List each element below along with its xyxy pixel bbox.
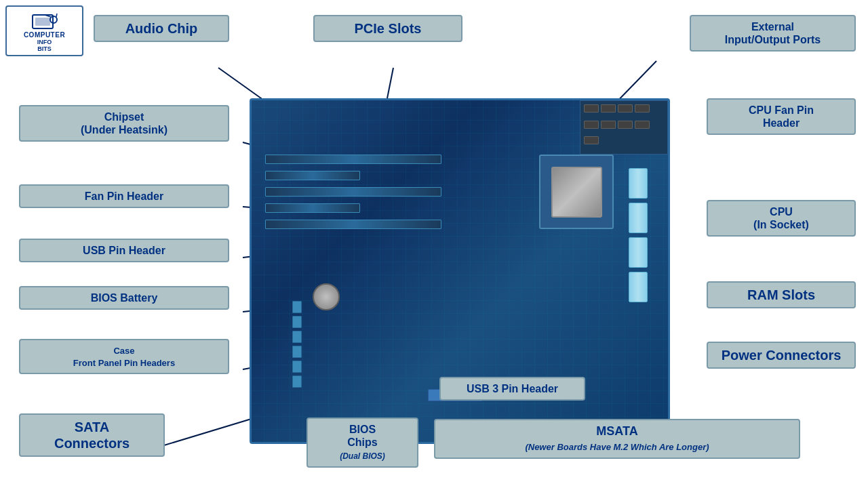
bios-battery-visual (313, 283, 340, 310)
audio-chip-text: Audio Chip (125, 21, 198, 36)
pcie-slots-visual (265, 155, 441, 229)
pcie-slot-1 (265, 155, 441, 164)
ram-slots-label: RAM Slots (707, 281, 856, 308)
sata-connectors-text: SATAConnectors (54, 420, 130, 451)
cpu-chip-visual (551, 167, 602, 218)
cpu-fan-header-label: CPU Fan PinHeader (707, 98, 856, 135)
ram-slots-visual (629, 168, 648, 304)
audio-chip-label: Audio Chip (94, 15, 229, 42)
external-io-label: ExternalInput/Output Ports (690, 15, 856, 52)
fan-pin-header-text: Fan Pin Header (85, 190, 163, 202)
logo-text-info: INFO (37, 39, 52, 45)
chipset-text: Chipset(Under Heatsink) (81, 111, 167, 136)
power-connectors-text: Power Connectors (722, 348, 842, 363)
bios-chips-text: BIOSChips(Dual BIOS) (340, 424, 385, 461)
cpu-fan-header-text: CPU Fan PinHeader (749, 104, 814, 129)
sata-visual (292, 301, 302, 388)
bios-battery-label: BIOS Battery (19, 286, 229, 310)
case-front-panel-text: CaseFront Panel Pin Headers (73, 346, 175, 368)
ram-slots-text: RAM Slots (747, 287, 815, 302)
ram-slot-1 (629, 168, 648, 199)
cpu-label: CPU(In Socket) (707, 200, 856, 237)
usb-pin-header-text: USB Pin Header (83, 245, 165, 256)
logo-text-bits: BITS (37, 45, 52, 52)
sata-connectors-label: SATAConnectors (19, 413, 165, 457)
chipset-label: Chipset(Under Heatsink) (19, 105, 229, 142)
usb-pin-header-label: USB Pin Header (19, 239, 229, 262)
pcie-slot-5 (265, 220, 441, 229)
usb3-pin-header-label: USB 3 Pin Header (439, 377, 585, 401)
svg-line-25 (56, 14, 57, 17)
ram-slot-2 (629, 203, 648, 233)
fan-pin-header-label: Fan Pin Header (19, 184, 229, 208)
cpu-socket-visual (539, 155, 614, 229)
case-front-panel-label: CaseFront Panel Pin Headers (19, 339, 229, 374)
cpu-text: CPU(In Socket) (753, 206, 809, 230)
logo-icon (31, 9, 58, 30)
usb3-pin-header-text: USB 3 Pin Header (467, 383, 558, 394)
bios-battery-text: BIOS Battery (91, 292, 158, 304)
pcie-slot-4 (265, 203, 360, 213)
ram-slot-4 (629, 272, 648, 302)
msata-text: MSATA(Newer Boards Have M.2 Which Are Lo… (525, 424, 709, 453)
diagram-container: COMPUTER INFO BITS Audio Chip PCIe Slots… (0, 0, 868, 488)
io-ports-visual (580, 100, 668, 155)
msata-label: MSATA(Newer Boards Have M.2 Which Are Lo… (434, 419, 800, 459)
pcie-slots-text: PCIe Slots (355, 21, 422, 36)
bios-chips-label: BIOSChips(Dual BIOS) (307, 418, 418, 468)
pcie-slot-3 (265, 187, 441, 197)
external-io-text: ExternalInput/Output Ports (725, 21, 821, 45)
ram-slot-3 (629, 237, 648, 268)
logo: COMPUTER INFO BITS (5, 5, 83, 56)
pcie-slot-2 (265, 171, 360, 180)
svg-rect-22 (35, 18, 50, 26)
power-connectors-label: Power Connectors (707, 342, 856, 369)
logo-text-computer: COMPUTER (24, 31, 65, 39)
pcie-slots-label: PCIe Slots (313, 15, 462, 42)
